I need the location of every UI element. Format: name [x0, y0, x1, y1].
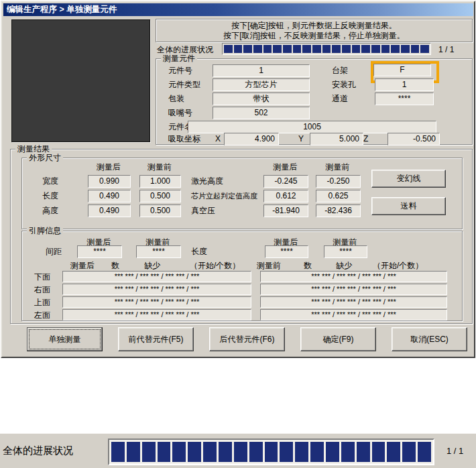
chip-stand-after-field[interactable]: 0.612 [263, 190, 308, 202]
left-side-after-field[interactable]: *** *** / *** *** / *** *** / *** [62, 309, 251, 320]
measure-part-group-label: 测量元件 [161, 54, 197, 63]
length-label: 长度 [42, 191, 58, 200]
lead-length-after-field[interactable]: **** [265, 245, 308, 258]
left-side-label: 左面 [34, 310, 50, 320]
instruction-line-1: 按下[确定]按钮，则元件数据上反映测量结果。 [156, 19, 472, 31]
pickup-z-field[interactable]: -0.500 [388, 133, 440, 145]
bank-field[interactable]: F [373, 64, 431, 76]
mount-hole-field[interactable]: 1 [375, 78, 434, 91]
laser-height-before-field[interactable]: -0.250 [316, 175, 361, 188]
left-sub-after: 测量后 [70, 261, 95, 270]
nozzle-label: 吸嘴号 [168, 108, 192, 117]
length-after-field[interactable]: 0.490 [88, 190, 131, 202]
width-label: 宽度 [42, 176, 58, 186]
right-side-before-field[interactable]: *** *** / *** *** / *** *** / *** [260, 284, 447, 295]
instruction-panel: 按下[确定]按钮，则元件数据上反映测量结果。 按下[取消]按钮，不反映测量结果，… [156, 19, 473, 42]
screen: 编辑生产程序 > 单独测量元件 按下[确定]按钮，则元件数据上反映测量结果。 按… [0, 0, 476, 468]
transform-line-button[interactable]: 变幻线 [371, 170, 446, 188]
height-after-field[interactable]: 0.490 [88, 204, 131, 217]
outline-group: 外形尺寸 测量后 测量前 宽度 0.990 1.000 长度 0.490 0.5… [21, 158, 463, 229]
title-bar: 编辑生产程序 > 单独测量元件 [3, 3, 473, 16]
pickup-y-label: Y [298, 134, 304, 143]
chip-stand-label: 芯片立起判定值高度 [191, 191, 257, 200]
camera-preview [11, 19, 150, 142]
chip-stand-before-field[interactable]: 0.625 [316, 190, 361, 202]
pickup-z-label: Z [363, 134, 368, 143]
height-before-field[interactable]: 0.500 [139, 204, 181, 217]
part-no-field[interactable]: 1 [213, 64, 310, 77]
vacuum-label: 真空压 [191, 206, 215, 215]
outline-right-before-header: 测量前 [316, 162, 359, 172]
dialog-window: 编辑生产程序 > 单独测量元件 按下[确定]按钮，则元件数据上反映测量结果。 按… [1, 1, 475, 358]
instruction-line-2: 按下[取消]按钮，不反映测量结果，停止单独测量。 [156, 31, 472, 41]
right-sub-missing: 缺少 [336, 261, 352, 270]
right-side-after-field[interactable]: *** *** / *** *** / *** *** / *** [62, 284, 251, 295]
bank-label: 台架 [332, 66, 348, 75]
outline-right-after-header: 测量后 [263, 162, 307, 172]
ok-button[interactable]: 确定(F9) [300, 327, 376, 351]
magnified-progress-strip: 全体的进展状况 1 / 1 [0, 433, 476, 468]
right-sub-count: 数 [304, 261, 312, 270]
left-sub-start-count: （开始/个数） [190, 261, 240, 270]
length-before-field[interactable]: 0.500 [139, 190, 181, 202]
measure-part-group: 测量元件 元件号 1 台架 F 元件类型 方型芯片 安装孔 1 包装 带状 通道… [156, 58, 473, 145]
width-after-field[interactable]: 0.990 [88, 175, 131, 188]
right-sub-start-count: （开始/个数） [373, 261, 423, 270]
window-title: 编辑生产程序 > 单独测量元件 [7, 5, 117, 14]
pitch-label: 间距 [46, 247, 62, 256]
feed-button[interactable]: 送料 [371, 197, 446, 215]
left-sub-count: 数 [111, 261, 119, 270]
vacuum-after-field[interactable]: -81.940 [263, 204, 308, 217]
next-alternative-part-button[interactable]: 后代替元件(F6) [209, 327, 285, 351]
bottom-side-before-field[interactable]: *** *** / *** *** / *** *** / *** [260, 271, 447, 282]
channel-field[interactable]: **** [375, 93, 434, 105]
part-name-field[interactable]: 1005 [188, 121, 436, 133]
left-side-before-field[interactable]: *** *** / *** *** / *** *** / *** [260, 309, 447, 320]
outline-after-header: 测量后 [88, 162, 129, 172]
results-group: 测量结果 外形尺寸 测量后 测量前 宽度 0.990 1.000 长度 0.49… [10, 149, 473, 324]
pickup-coord-label: 吸取坐标 [168, 134, 200, 143]
prev-alternative-part-button[interactable]: 前代替元件(F5) [118, 327, 194, 351]
pickup-x-field[interactable]: 4.900 [224, 133, 279, 145]
bottom-side-after-field[interactable]: *** *** / *** *** / *** *** / *** [62, 271, 251, 282]
magnified-progress-bar [108, 438, 434, 465]
lead-length-before-field[interactable]: **** [324, 245, 367, 258]
top-side-after-field[interactable]: *** *** / *** *** / *** *** / *** [62, 296, 251, 308]
package-label: 包装 [168, 94, 184, 103]
nozzle-field[interactable]: 502 [213, 107, 310, 119]
leads-group: 引脚信息 测量后 测量前 间距 **** **** 测量后 测量前 长度 ***… [21, 231, 463, 321]
part-type-label: 元件类型 [168, 80, 200, 89]
magnified-progress-label: 全体的进展状况 [3, 445, 73, 457]
pitch-after-field[interactable]: **** [77, 245, 122, 258]
pickup-y-field[interactable]: 5.000 [310, 133, 363, 145]
outline-before-header: 测量前 [139, 162, 180, 172]
progress-counter: 1 / 1 [438, 45, 454, 54]
bottom-side-label: 下面 [34, 272, 50, 282]
right-sub-before: 测量前 [257, 261, 281, 270]
right-side-label: 右面 [34, 285, 50, 294]
channel-label: 通道 [332, 94, 348, 103]
vacuum-before-field[interactable]: -82.436 [316, 204, 361, 217]
progress-bar [222, 43, 431, 55]
pitch-before-field[interactable]: **** [136, 245, 181, 258]
top-side-before-field[interactable]: *** *** / *** *** / *** *** / *** [260, 296, 447, 308]
pickup-x-label: X [215, 134, 221, 143]
progress-label: 全体的进展状况 [157, 45, 213, 54]
cancel-button[interactable]: 取消(ESC) [392, 327, 467, 351]
outline-group-label: 外形尺寸 [27, 153, 63, 162]
left-sub-missing: 缺少 [144, 261, 160, 270]
part-no-label: 元件号 [168, 66, 192, 75]
height-label: 高度 [42, 206, 58, 215]
package-field[interactable]: 带状 [213, 93, 310, 105]
results-group-label: 测量结果 [15, 144, 52, 154]
magnified-progress-counter: 1 / 1 [447, 446, 463, 456]
part-type-field[interactable]: 方型芯片 [213, 78, 310, 91]
width-before-field[interactable]: 1.000 [139, 175, 181, 188]
laser-height-after-field[interactable]: -0.245 [263, 175, 308, 188]
leads-group-label: 引脚信息 [27, 226, 63, 235]
laser-height-label: 激光高度 [191, 176, 223, 186]
single-measure-button[interactable]: 单独测量 [27, 327, 103, 351]
lead-length-label: 长度 [191, 247, 207, 256]
mount-hole-label: 安装孔 [332, 80, 356, 89]
top-side-label: 上面 [34, 298, 50, 307]
